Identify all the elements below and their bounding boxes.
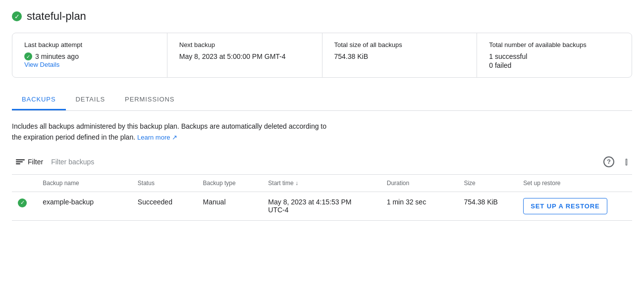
description-text: Includes all backups administered by thi… bbox=[12, 121, 329, 143]
col-header-duration: Duration bbox=[381, 175, 458, 192]
row-status: Succeeded bbox=[132, 192, 197, 221]
next-backup-label: Next backup bbox=[179, 41, 310, 49]
table-header-row: Backup name Status Backup type Start tim… bbox=[12, 175, 632, 192]
row-backup-type: Manual bbox=[197, 192, 263, 221]
row-status-icon-cell: ✓ bbox=[12, 192, 37, 221]
row-start-time: May 8, 2023 at 4:15:53 PMUTC-4 bbox=[262, 192, 380, 221]
help-icon: ? bbox=[603, 156, 614, 167]
page-title: stateful-plan bbox=[27, 10, 86, 23]
row-restore-cell: SET UP A RESTORE bbox=[517, 192, 632, 221]
filter-label: Filter bbox=[28, 158, 43, 166]
col-header-start-time[interactable]: Start time ↓ bbox=[262, 175, 380, 192]
table-row: ✓ example-backup Succeeded Manual May 8,… bbox=[12, 192, 632, 221]
stat-last-backup: Last backup attempt ✓ 3 minutes ago View… bbox=[12, 33, 167, 77]
tab-permissions[interactable]: PERMISSIONS bbox=[115, 90, 184, 110]
filter-lines-icon bbox=[16, 159, 25, 164]
col-header-status: Status bbox=[132, 175, 197, 192]
stat-total-available: Total number of available backups 1 succ… bbox=[477, 33, 632, 77]
stats-card: Last backup attempt ✓ 3 minutes ago View… bbox=[12, 33, 632, 78]
col-header-restore: Set up restore bbox=[517, 175, 632, 192]
filter-row: Filter Filter backups ? ⫿ bbox=[12, 153, 632, 175]
columns-button[interactable]: ⫿ bbox=[621, 153, 632, 170]
filter-button[interactable]: Filter bbox=[12, 156, 47, 168]
last-backup-label: Last backup attempt bbox=[24, 41, 155, 49]
row-size: 754.38 KiB bbox=[458, 192, 517, 221]
view-details-link[interactable]: View Details bbox=[24, 61, 59, 68]
next-backup-value: May 8, 2023 at 5:00:00 PM GMT-4 bbox=[179, 52, 310, 60]
row-check-icon: ✓ bbox=[18, 198, 27, 207]
col-header-backup-type: Backup type bbox=[197, 175, 263, 192]
tabs-container: BACKUPS DETAILS PERMISSIONS bbox=[12, 90, 632, 111]
row-duration: 1 min 32 sec bbox=[381, 192, 458, 221]
total-size-value: 754.38 KiB bbox=[334, 52, 465, 60]
backups-table: Backup name Status Backup type Start tim… bbox=[12, 175, 632, 221]
learn-more-link[interactable]: Learn more ↗ bbox=[137, 134, 177, 141]
external-link-icon: ↗ bbox=[170, 134, 177, 141]
last-backup-time: 3 minutes ago bbox=[35, 52, 79, 60]
total-available-successful: 1 successful bbox=[489, 52, 620, 60]
stat-total-size: Total size of all backups 754.38 KiB bbox=[322, 33, 478, 77]
total-size-label: Total size of all backups bbox=[334, 41, 465, 49]
help-button[interactable]: ? bbox=[600, 153, 617, 170]
columns-icon: ⫿ bbox=[624, 156, 629, 167]
stat-next-backup: Next backup May 8, 2023 at 5:00:00 PM GM… bbox=[167, 33, 322, 77]
col-header-icon bbox=[12, 175, 37, 192]
total-available-failed: 0 failed bbox=[489, 61, 620, 69]
set-up-restore-button[interactable]: SET UP A RESTORE bbox=[523, 198, 607, 214]
col-header-backup-name: Backup name bbox=[37, 175, 132, 192]
status-icon: ✓ bbox=[12, 11, 22, 21]
col-header-size: Size bbox=[458, 175, 517, 192]
total-available-label: Total number of available backups bbox=[489, 41, 620, 49]
tab-details[interactable]: DETAILS bbox=[66, 90, 115, 110]
filter-placeholder[interactable]: Filter backups bbox=[51, 156, 596, 168]
page-header: ✓ stateful-plan bbox=[12, 10, 632, 23]
last-backup-value: ✓ 3 minutes ago bbox=[24, 52, 155, 60]
last-backup-icon: ✓ bbox=[24, 52, 32, 60]
tab-backups[interactable]: BACKUPS bbox=[12, 90, 66, 110]
sort-arrow-icon: ↓ bbox=[295, 180, 298, 187]
row-backup-name-cell: example-backup bbox=[37, 192, 132, 221]
row-backup-name: example-backup bbox=[43, 198, 126, 206]
